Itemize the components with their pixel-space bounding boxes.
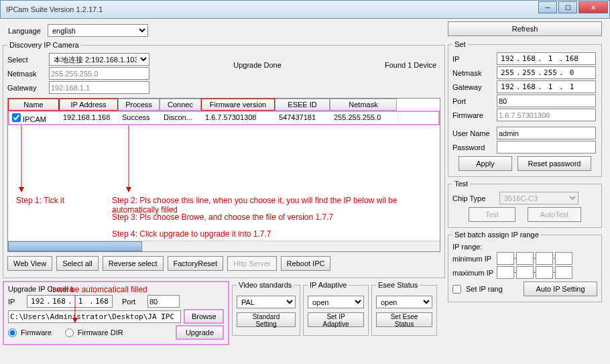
upgrade-path-input[interactable] bbox=[8, 310, 181, 323]
autotest-button[interactable]: AutoTest bbox=[528, 207, 581, 222]
select-all-button[interactable]: Select all bbox=[56, 256, 99, 271]
test-button[interactable]: Test bbox=[469, 207, 515, 222]
row-name: IPCAM bbox=[23, 115, 46, 123]
upgrade-group: Upgrade IP Camera IP 192.168.1.168 Port … bbox=[3, 281, 229, 345]
ip-range-group: Set batch assign IP range IP range: mini… bbox=[448, 231, 602, 302]
select-label: Select bbox=[7, 56, 46, 64]
set-gateway-input[interactable]: 192.168.1.1 bbox=[497, 80, 596, 93]
close-button[interactable]: ✕ bbox=[578, 1, 608, 13]
test-group: Test Chip Type3516C-C3 Test AutoTest bbox=[448, 180, 602, 228]
set-port-label: Port bbox=[452, 97, 494, 105]
reboot-ipc-button[interactable]: Reboot IPC bbox=[281, 256, 331, 271]
table-header: Name IP Address Process Connec Firmware … bbox=[8, 99, 440, 111]
discovery-legend: Discovery IP Camera bbox=[7, 41, 81, 49]
nic-select[interactable]: 本地连接 2:192.168.1.103 bbox=[49, 53, 149, 66]
language-select[interactable]: english bbox=[48, 24, 148, 37]
set-gateway-label: Gateway bbox=[452, 83, 494, 91]
set-firmware-label: Firmware bbox=[452, 111, 494, 119]
upgrade-ip-input[interactable]: 192.168.1.168 bbox=[27, 295, 113, 308]
gateway-label: Gateway bbox=[7, 84, 46, 92]
col-firmware[interactable]: Firmware version bbox=[201, 99, 275, 111]
row-checkbox[interactable] bbox=[12, 113, 21, 122]
set-ip-range-checkbox[interactable] bbox=[452, 285, 461, 294]
firmware-radio-label: Firmware bbox=[21, 328, 52, 337]
set-port-input[interactable] bbox=[497, 95, 596, 107]
maximize-button[interactable]: ☐ bbox=[558, 1, 577, 13]
reverse-select-button[interactable]: Reverse select bbox=[103, 256, 164, 271]
video-legend: Video standards bbox=[237, 281, 294, 289]
test-legend: Test bbox=[452, 180, 470, 188]
standard-setting-button[interactable]: Standard Setting bbox=[237, 312, 296, 327]
set-password-input[interactable] bbox=[497, 141, 596, 154]
netmask-field bbox=[49, 67, 149, 80]
upgrade-port-input[interactable] bbox=[147, 295, 180, 308]
minimize-button[interactable]: ─ bbox=[538, 1, 557, 13]
col-esee[interactable]: ESEE ID bbox=[275, 99, 330, 111]
ip-adaptive-group: IP Adaptive open Set IP Adaptive bbox=[303, 281, 369, 336]
range-legend: Set batch assign IP range bbox=[452, 231, 541, 239]
language-label: Language bbox=[8, 27, 41, 35]
set-netmask-input[interactable]: 255.255.255.0 bbox=[497, 66, 596, 79]
found-count: Found 1 Device bbox=[360, 52, 440, 95]
discovery-group: Discovery IP Camera Select本地连接 2:192.168… bbox=[3, 41, 445, 278]
reset-password-button[interactable]: Reset password bbox=[517, 156, 591, 171]
factory-reset-button[interactable]: FactoryReset bbox=[168, 256, 223, 271]
col-process[interactable]: Process bbox=[118, 99, 160, 111]
svg-marker-3 bbox=[126, 187, 131, 192]
video-select[interactable]: PAL bbox=[237, 296, 296, 308]
titlebar: IPCam Suite Version 1.2.17.1 ─ ☐ ✕ bbox=[0, 0, 610, 19]
table-row[interactable]: IPCAM 192.168.1.168 Success Discon... 1.… bbox=[8, 111, 440, 125]
firmware-dir-radio[interactable] bbox=[65, 328, 74, 337]
set-ip-range-label: Set IP rang bbox=[466, 285, 503, 293]
firmware-radio[interactable] bbox=[8, 328, 17, 337]
video-group: Video standards PAL Standard Setting bbox=[232, 281, 300, 336]
auto-ip-setting-button[interactable]: Auto IP Setting bbox=[524, 282, 597, 296]
upgrade-ip-label: IP bbox=[8, 298, 24, 306]
annot-step2: Step 2: Pls choose this line, when you c… bbox=[112, 196, 440, 215]
upgrade-status: Upgrade Done bbox=[155, 52, 360, 95]
annot-step3: Step 3: Pls choose Browe, and choose the… bbox=[112, 213, 333, 222]
apply-button[interactable]: Apply bbox=[459, 156, 512, 171]
col-name[interactable]: Name bbox=[8, 99, 59, 111]
annot-step4: Step 4: Click upgrade to upgrade it into… bbox=[112, 229, 271, 239]
browse-button[interactable]: Browse bbox=[184, 309, 224, 324]
row-netmask: 255.255.255.0 bbox=[331, 112, 398, 124]
chip-type-label: Chip Type bbox=[452, 194, 494, 202]
set-esee-button[interactable]: Set Esee Status bbox=[376, 312, 432, 327]
set-ip-input[interactable]: 192.168.1.168 bbox=[497, 52, 596, 65]
upgrade-button[interactable]: Upgrade bbox=[176, 325, 224, 340]
col-ip[interactable]: IP Address bbox=[59, 99, 118, 111]
svg-marker-1 bbox=[19, 187, 24, 192]
http-server-button[interactable]: Http Server bbox=[227, 256, 277, 271]
firmware-dir-radio-label: Firmware DIR bbox=[78, 328, 123, 337]
min-ip-input[interactable]: ... bbox=[497, 252, 572, 265]
set-username-input[interactable] bbox=[497, 127, 596, 139]
set-ip-label: IP bbox=[452, 55, 494, 63]
row-ip: 192.168.1.168 bbox=[60, 112, 119, 124]
device-table: Name IP Address Process Connec Firmware … bbox=[7, 98, 440, 252]
upgrade-legend: Upgrade IP Camera bbox=[8, 285, 224, 293]
set-ip-adaptive-button[interactable]: Set IP Adaptive bbox=[308, 312, 364, 327]
set-group: Set IP 192.168.1.168 Netmask 255.255.255… bbox=[448, 40, 602, 177]
netmask-label: Netmask bbox=[7, 70, 46, 78]
annot-step1: Step 1: Tick it bbox=[16, 196, 64, 205]
gateway-field bbox=[49, 81, 149, 94]
esee-select[interactable]: open bbox=[376, 296, 432, 308]
max-ip-input[interactable]: ... bbox=[497, 266, 572, 279]
row-connec: Discon... bbox=[161, 112, 202, 124]
set-netmask-label: Netmask bbox=[452, 69, 494, 77]
set-password-label: Password bbox=[452, 143, 494, 151]
row-firmware: 1.6.7.57301308 bbox=[202, 112, 276, 124]
ip-adaptive-select[interactable]: open bbox=[308, 296, 364, 308]
col-netmask[interactable]: Netmask bbox=[330, 99, 397, 111]
refresh-button[interactable]: Refresh bbox=[448, 21, 602, 36]
chip-type-select: 3516C-C3 bbox=[499, 192, 578, 204]
window-title: IPCam Suite Version 1.2.17.1 bbox=[6, 5, 103, 13]
col-connec[interactable]: Connec bbox=[160, 99, 201, 111]
row-process: Success bbox=[119, 112, 161, 124]
upgrade-port-label: Port bbox=[122, 298, 145, 306]
web-view-button[interactable]: Web View bbox=[7, 256, 52, 271]
row-esee: 547437181 bbox=[276, 112, 331, 124]
table-scrollbar[interactable] bbox=[8, 241, 440, 251]
set-username-label: User Name bbox=[452, 129, 494, 137]
